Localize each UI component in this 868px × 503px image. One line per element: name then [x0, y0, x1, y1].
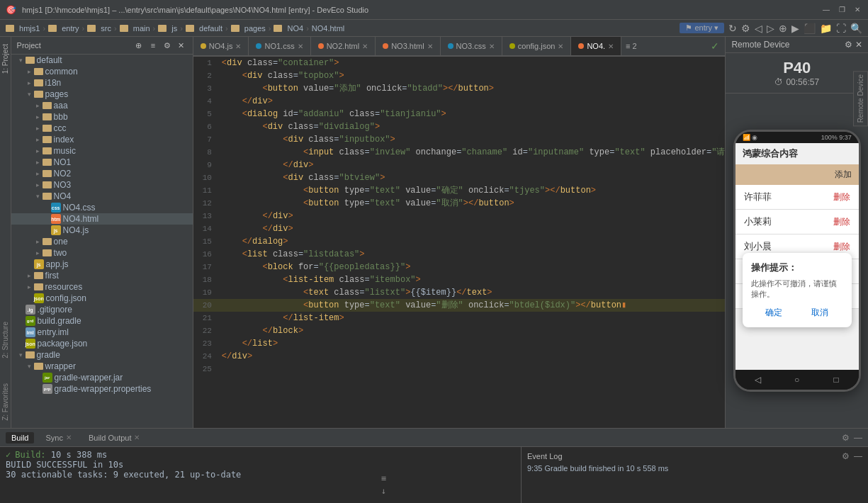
close-tab-NO1css[interactable]: ✕ [298, 43, 303, 50]
sidebar-item-two[interactable]: two [11, 247, 193, 259]
close-sync-tab[interactable]: ✕ [66, 434, 72, 441]
tab-configjson[interactable]: config.json ✕ [502, 37, 572, 56]
code-editor[interactable]: 1<div class="container">2 <div class="to… [193, 57, 726, 428]
bottom-settings-icon[interactable]: ⚙ [842, 433, 850, 443]
sidebar-item-NO2[interactable]: NO2 [11, 168, 193, 179]
sidebar-item-NO3[interactable]: NO3 [11, 179, 193, 191]
sidebar-item-NO1[interactable]: NO1 [11, 157, 193, 168]
sidebar-item-one[interactable]: one [11, 236, 193, 247]
code-line-13[interactable]: 13 </div> [193, 210, 726, 222]
code-line-3[interactable]: 3 <button value="添加" onclick="btadd"></b… [193, 82, 726, 95]
fullscreen-button[interactable]: ⛶ [836, 23, 846, 34]
tab-NO3html[interactable]: NO3.html ✕ [376, 37, 440, 56]
tab-NO1css[interactable]: NO1.css ✕ [249, 37, 310, 56]
phone-back-button[interactable]: ◁ [750, 373, 765, 387]
tab-NO4html[interactable]: NO4. ✕ [571, 37, 621, 57]
maximize-button[interactable]: ❐ [837, 5, 847, 15]
remote-close-icon[interactable]: ✕ [855, 40, 862, 50]
sidebar-item-index[interactable]: index [11, 134, 193, 145]
close-tab-configjson[interactable]: ✕ [558, 43, 563, 50]
code-line-2[interactable]: 2 <div class="topbox"> [193, 69, 726, 82]
code-line-22[interactable]: 22 </block> [193, 324, 726, 337]
close-tab-NO3css[interactable]: ✕ [489, 43, 495, 50]
build-tab[interactable]: Build [6, 432, 34, 443]
code-line-21[interactable]: 21 </list-item> [193, 312, 726, 324]
event-log-settings-icon[interactable]: ⚙ [842, 451, 850, 461]
event-log-close-icon[interactable]: — [854, 451, 862, 461]
close-tab-NO2html[interactable]: ✕ [362, 43, 368, 50]
code-line-9[interactable]: 9 </div> [193, 159, 726, 171]
favorites-handle[interactable]: Z: Favorites [1, 383, 9, 421]
code-line-24[interactable]: 24</div> [193, 350, 726, 363]
sidebar-item-common[interactable]: common [11, 66, 193, 77]
sidebar-item-gradlewrapperprops[interactable]: prp gradle-wrapper.properties [11, 383, 193, 395]
sidebar-item-music[interactable]: music [11, 145, 193, 157]
close-button[interactable]: ✕ [852, 5, 862, 15]
sidebar-item-packagejson[interactable]: json package.json [11, 338, 193, 349]
structure-handle[interactable]: 2: Structure [1, 322, 9, 358]
build-scroll-icon[interactable]: ↓ [381, 486, 386, 496]
sidebar-item-i18n[interactable]: i18n [11, 77, 193, 89]
sidebar-item-ccc[interactable]: ccc [11, 123, 193, 134]
search-button[interactable]: ⊕ [779, 23, 787, 34]
code-line-19[interactable]: 19 <text class="listxt">{{$item}}</text> [193, 286, 726, 299]
collapse-icon[interactable]: ≡ [147, 40, 159, 51]
phone-recents-button[interactable]: □ [829, 373, 843, 387]
code-line-11[interactable]: 11 <button type="text" value="确定" onclic… [193, 184, 726, 197]
sidebar-item-NO4[interactable]: NO4 [11, 191, 193, 202]
sidebar-item-default[interactable]: default [11, 55, 193, 66]
code-line-10[interactable]: 10 <div class="btview"> [193, 171, 726, 184]
build-filter-icon[interactable]: ≡ [381, 473, 386, 483]
close-tab-NO4js[interactable]: ✕ [235, 43, 241, 50]
code-line-6[interactable]: 6 <div class="divdialog"> [193, 120, 726, 133]
sidebar-item-gitignore[interactable]: .ig .gitignore [11, 304, 193, 315]
remote-device-side-label[interactable]: Remote Device [853, 71, 868, 126]
code-line-8[interactable]: 8 <input class="inview" onchange="chanam… [193, 146, 726, 159]
code-line-15[interactable]: 15 </dialog> [193, 235, 726, 248]
run-button[interactable]: ▶ [791, 23, 799, 34]
sidebar-item-NO4html[interactable]: htm NO4.html [11, 213, 193, 225]
phone-home-button[interactable]: ○ [790, 373, 804, 387]
code-line-1[interactable]: 1<div class="container"> [193, 57, 726, 69]
code-line-23[interactable]: 23 </list> [193, 337, 726, 350]
entry-selector[interactable]: ⚑ entry ▾ [680, 23, 724, 33]
tab-NO2html[interactable]: NO2.html ✕ [311, 37, 376, 56]
refresh-button[interactable]: ↻ [728, 23, 737, 34]
tab-NO3css[interactable]: NO3.css ✕ [441, 37, 502, 56]
close-build-output-tab[interactable]: ✕ [134, 434, 140, 441]
project-handle[interactable]: 1: Project [1, 44, 9, 74]
sidebar-item-bbb[interactable]: bbb [11, 111, 193, 123]
find-button[interactable]: 🔍 [850, 23, 862, 34]
dialog-confirm-button[interactable]: 确定 [765, 307, 782, 319]
nav-back[interactable]: ◁ [755, 23, 762, 34]
sidebar-item-buildgradle[interactable]: grd build.gradle [11, 315, 193, 327]
sidebar-close-icon[interactable]: ✕ [176, 40, 187, 51]
sidebar-item-gradlewrapperjar[interactable]: jar gradle-wrapper.jar [11, 372, 193, 383]
sidebar-item-aaa[interactable]: aaa [11, 100, 193, 111]
sidebar-item-configjson[interactable]: json config.json [11, 293, 193, 304]
code-line-18[interactable]: 18 <list-item class="itembox"> [193, 273, 726, 286]
sidebar-item-NO4css[interactable]: css NO4.css [11, 202, 193, 213]
code-line-20[interactable]: 20 <button type="text" value="删除" onclic… [193, 299, 726, 312]
code-line-16[interactable]: 16 <list class="listdatas"> [193, 248, 726, 261]
minimize-button[interactable]: — [821, 5, 831, 15]
code-line-17[interactable]: 17 <block for="{{peopledatas}}"> [193, 261, 726, 273]
code-line-12[interactable]: 12 <button type="text" value="取消"></butt… [193, 197, 726, 210]
tab-overflow-menu[interactable]: ≡ 2 [621, 42, 641, 50]
nav-forward[interactable]: ▷ [767, 23, 774, 34]
sidebar-item-first[interactable]: first [11, 270, 193, 281]
sidebar-item-gradle[interactable]: gradle [11, 349, 193, 361]
sync-tab[interactable]: Sync ✕ [40, 432, 77, 443]
settings-gear[interactable]: ⚙ [741, 23, 750, 34]
remote-settings-icon[interactable]: ⚙ [845, 40, 852, 50]
sidebar-item-pages[interactable]: pages [11, 89, 193, 100]
code-line-4[interactable]: 4 </div> [193, 95, 726, 108]
tab-NO4js[interactable]: NO4.js ✕ [193, 37, 249, 56]
code-line-14[interactable]: 14 </div> [193, 222, 726, 235]
build-output-tab[interactable]: Build Output ✕ [83, 432, 146, 443]
folder-button[interactable]: 📁 [820, 23, 832, 34]
stop-button[interactable]: ⬛ [804, 23, 816, 34]
sidebar-item-appjs[interactable]: js app.js [11, 259, 193, 270]
close-tab-NO4html[interactable]: ✕ [608, 43, 614, 50]
add-item-icon[interactable]: ⊕ [133, 40, 145, 51]
